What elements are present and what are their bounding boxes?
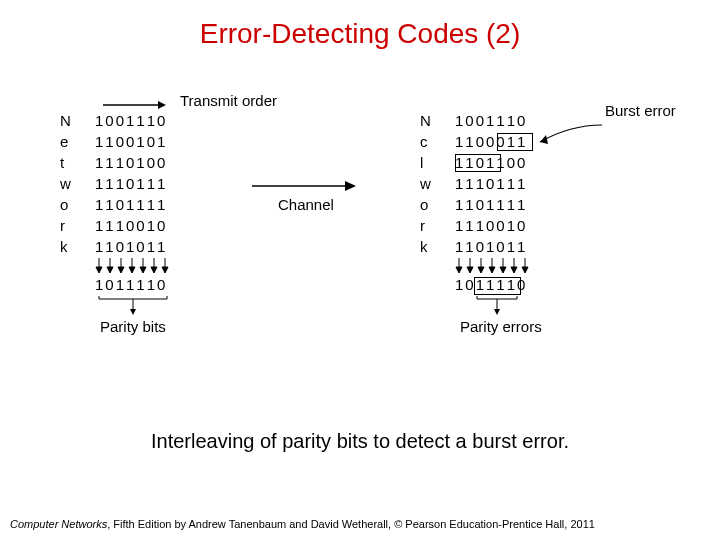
left-bit-matrix: 1001110 1100101 1110100 1110111 1101111 … xyxy=(95,110,167,257)
svg-marker-22 xyxy=(345,181,356,191)
svg-marker-42 xyxy=(494,309,500,315)
burst-error-label: Burst error xyxy=(605,102,676,120)
parity-errors-label: Parity errors xyxy=(460,318,542,336)
channel-label: Channel xyxy=(278,196,334,214)
channel-arrow xyxy=(250,178,360,194)
svg-marker-23 xyxy=(540,135,548,144)
svg-marker-5 xyxy=(107,267,113,273)
right-row-labels: N c l w o r k xyxy=(420,110,431,257)
svg-marker-20 xyxy=(130,309,136,315)
burst-error-box-1 xyxy=(497,133,533,151)
svg-marker-35 xyxy=(511,267,517,273)
svg-marker-1 xyxy=(158,101,166,109)
transmit-order-label: Transmit order xyxy=(180,92,277,110)
svg-marker-29 xyxy=(478,267,484,273)
footer-book-title: Computer Networks xyxy=(10,518,107,530)
parity-bits-label: Parity bits xyxy=(100,318,166,336)
svg-marker-15 xyxy=(162,267,168,273)
svg-marker-7 xyxy=(118,267,124,273)
svg-marker-27 xyxy=(467,267,473,273)
slide-caption: Interleaving of parity bits to detect a … xyxy=(0,430,720,453)
svg-marker-11 xyxy=(140,267,146,273)
parity-error-box xyxy=(474,277,521,295)
transmit-arrow xyxy=(98,98,168,112)
left-parity-row: 1011110 xyxy=(95,276,167,293)
burst-error-arrow xyxy=(530,120,610,160)
left-down-arrows xyxy=(95,258,185,274)
svg-marker-25 xyxy=(456,267,462,273)
svg-marker-13 xyxy=(151,267,157,273)
left-parity-bracket xyxy=(95,296,185,320)
slide-title: Error-Detecting Codes (2) xyxy=(0,18,720,50)
svg-marker-31 xyxy=(489,267,495,273)
footer-citation: Computer Networks, Fifth Edition by Andr… xyxy=(10,518,595,530)
left-row-labels: N e t w o r k xyxy=(60,110,71,257)
diagram-area: N e t w o r k 1001110 1100101 1110100 11… xyxy=(40,100,700,380)
svg-marker-33 xyxy=(500,267,506,273)
burst-error-box-2 xyxy=(455,154,501,172)
footer-rest: , Fifth Edition by Andrew Tanenbaum and … xyxy=(107,518,595,530)
right-down-arrows xyxy=(455,258,545,274)
right-parity-bracket xyxy=(475,296,535,320)
svg-marker-9 xyxy=(129,267,135,273)
svg-marker-37 xyxy=(522,267,528,273)
svg-marker-3 xyxy=(96,267,102,273)
